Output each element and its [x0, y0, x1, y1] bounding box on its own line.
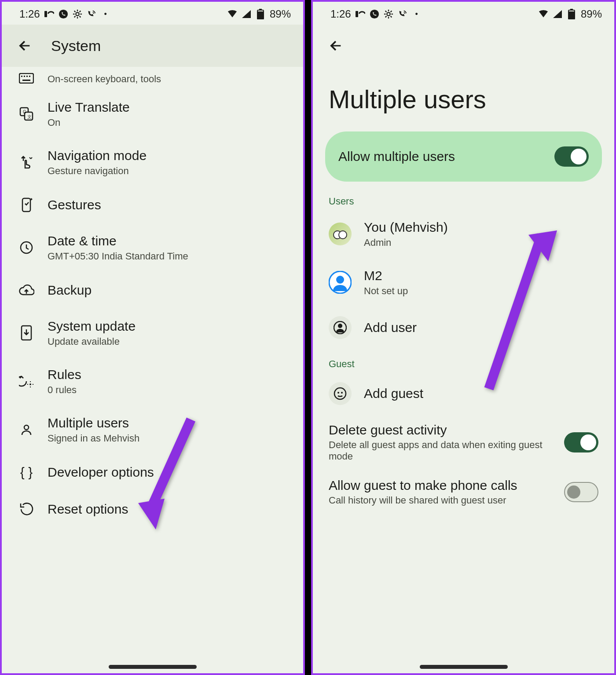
gear-icon — [384, 9, 393, 19]
row-backup[interactable]: Backup — [2, 272, 303, 309]
row-keyboard[interactable]: Keyboard On-screen keyboard, tools — [2, 67, 303, 90]
swipe-icon — [18, 153, 35, 171]
row-gestures[interactable]: Gestures — [2, 186, 303, 223]
keyboard-icon — [18, 69, 35, 87]
status-bar: 1:26 • 89% — [2, 2, 303, 25]
svg-rect-13 — [257, 11, 264, 19]
allow-multiple-users-switch[interactable] — [554, 146, 589, 167]
row-date-time[interactable]: Date & time GMT+05:30 India Standard Tim… — [2, 223, 303, 272]
phone-wifi-icon — [87, 9, 96, 19]
battery-pct: 89% — [270, 8, 291, 20]
svg-rect-14 — [19, 73, 33, 83]
wifi-icon — [227, 9, 237, 19]
nav-bar-pill[interactable] — [109, 665, 197, 669]
delete-guest-activity-row[interactable]: Delete guest activity Delete all guest a… — [313, 415, 614, 470]
wifi-icon — [539, 9, 548, 19]
svg-point-1 — [59, 10, 68, 18]
svg-line-8 — [79, 16, 81, 18]
clock-icon — [18, 239, 35, 256]
battery-icon — [256, 9, 265, 19]
svg-point-27 — [29, 383, 31, 385]
translate-icon: G文 — [18, 105, 35, 123]
svg-point-51 — [341, 392, 343, 394]
svg-line-9 — [79, 11, 81, 12]
back-button[interactable] — [325, 35, 346, 56]
user-row-you[interactable]: You (Mehvish) Admin — [313, 210, 614, 258]
allow-multiple-users-toggle-card[interactable]: Allow multiple users — [325, 131, 602, 182]
notif-icon-1 — [44, 9, 54, 19]
svg-rect-17 — [26, 76, 28, 77]
svg-rect-31 — [356, 11, 358, 17]
svg-line-39 — [390, 16, 392, 18]
row-sub: On-screen keyboard, tools — [48, 73, 287, 85]
battery-icon — [567, 9, 576, 19]
svg-point-46 — [336, 276, 344, 284]
svg-line-40 — [390, 11, 392, 12]
phone-icon — [370, 9, 379, 19]
section-header-users: Users — [313, 186, 614, 210]
svg-rect-18 — [29, 76, 30, 77]
system-settings-list: Keyboard On-screen keyboard, tools G文 Li… — [2, 67, 303, 545]
svg-point-50 — [337, 392, 339, 394]
nav-bar-pill[interactable] — [420, 665, 508, 669]
svg-line-38 — [385, 11, 386, 12]
svg-line-7 — [74, 11, 75, 12]
svg-point-49 — [334, 388, 346, 399]
gestures-icon — [18, 196, 35, 214]
svg-point-33 — [387, 12, 390, 15]
section-header-guest: Guest — [313, 349, 614, 372]
svg-rect-15 — [21, 76, 22, 77]
allow-guest-calls-row[interactable]: Allow guest to make phone calls Call his… — [313, 470, 614, 514]
reset-icon — [18, 500, 35, 518]
clock: 1:26 — [19, 8, 40, 20]
svg-point-28 — [24, 425, 29, 430]
row-navigation-mode[interactable]: Navigation mode Gesture navigation — [2, 138, 303, 186]
row-reset-options[interactable]: Reset options — [2, 491, 303, 528]
row-rules[interactable]: Rules 0 rules — [2, 357, 303, 405]
phone-icon — [59, 9, 68, 19]
back-button[interactable] — [14, 35, 35, 56]
phone-left-system-settings: 1:26 • 89% System Keyboard On-screen key… — [0, 0, 305, 675]
svg-point-48 — [338, 324, 342, 328]
notif-icon-1 — [356, 9, 365, 19]
svg-point-32 — [370, 10, 379, 18]
svg-rect-44 — [568, 11, 575, 19]
allow-guest-calls-switch[interactable] — [564, 482, 598, 502]
svg-line-41 — [385, 16, 386, 18]
guest-icon — [329, 382, 352, 405]
toggle-label: Allow multiple users — [338, 149, 455, 164]
clock: 1:26 — [330, 8, 351, 20]
row-developer-options[interactable]: { } Developer options — [2, 454, 303, 491]
person-icon — [18, 421, 35, 438]
dot-icon: • — [101, 9, 110, 19]
dot-icon: • — [412, 9, 422, 19]
gear-icon — [73, 9, 82, 19]
avatar-you — [329, 223, 352, 245]
row-live-translate[interactable]: G文 Live Translate On — [2, 90, 303, 138]
svg-text:G: G — [23, 109, 26, 114]
page-title: Multiple users — [313, 56, 614, 131]
svg-rect-16 — [24, 76, 25, 77]
cloud-upload-icon — [18, 281, 35, 299]
page-title: System — [51, 37, 101, 55]
status-bar: 1:26 • 89% — [313, 2, 614, 25]
delete-guest-switch[interactable] — [564, 432, 598, 452]
avatar-m2 — [329, 271, 352, 294]
add-guest-row[interactable]: Add guest — [313, 372, 614, 415]
svg-point-2 — [76, 12, 79, 15]
screenshots-divider — [305, 0, 311, 675]
user-row-m2[interactable]: M2 Not set up — [313, 258, 614, 306]
phone-wifi-icon — [398, 9, 407, 19]
add-user-row[interactable]: Add user — [313, 306, 614, 349]
row-multiple-users[interactable]: Multiple users Signed in as Mehvish — [2, 405, 303, 454]
phone-right-multiple-users: 1:26 • 89% Multiple users Allow multiple… — [311, 0, 616, 675]
battery-pct: 89% — [581, 8, 602, 20]
app-bar — [313, 25, 614, 56]
signal-icon — [242, 9, 251, 19]
svg-rect-19 — [22, 80, 30, 81]
add-user-icon — [329, 316, 352, 339]
rules-icon — [18, 372, 35, 390]
app-bar: System — [2, 25, 303, 67]
system-update-icon — [18, 324, 35, 342]
row-system-update[interactable]: System update Update available — [2, 309, 303, 357]
